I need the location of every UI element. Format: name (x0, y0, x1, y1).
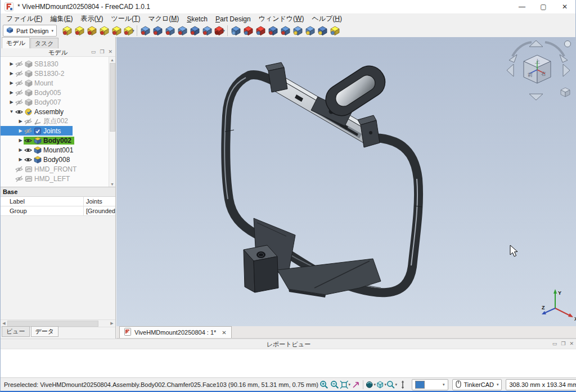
dock-icon[interactable]: ▭ (552, 341, 557, 346)
boolean-button[interactable] (279, 24, 291, 37)
close-icon[interactable]: ✕ (108, 49, 112, 55)
collapsed-arrow-icon[interactable]: ▶ (17, 157, 24, 162)
measure-icon[interactable] (397, 379, 408, 390)
menu-item-F[interactable]: ファイル(F) (2, 14, 46, 24)
collapsed-arrow-icon[interactable]: ▶ (17, 147, 24, 152)
pad-button[interactable] (61, 24, 73, 37)
visibility-off-icon[interactable] (15, 70, 24, 78)
pocket-button[interactable] (139, 24, 151, 37)
visibility-off-icon[interactable] (15, 60, 24, 68)
float-icon[interactable]: ❐ (100, 49, 104, 55)
fit-all-icon[interactable]: ▾ (340, 379, 350, 390)
property-value[interactable]: Joints (84, 197, 115, 206)
visibility-off-icon[interactable] (15, 98, 24, 106)
collapsed-arrow-icon[interactable]: ▶ (8, 71, 15, 76)
visibility-off-icon[interactable] (15, 79, 24, 87)
linear-pattern-button[interactable] (304, 24, 316, 37)
3d-viewport[interactable]: 上 前 右 Y X Z (116, 37, 576, 326)
document-tab[interactable]: ViveHMDmount20250804 : 1*✕ (119, 326, 232, 338)
scroll-left-icon[interactable]: ◀ (1, 320, 7, 326)
menu-item-W[interactable]: ウィンドウ(W) (255, 14, 308, 24)
scroll-right-icon[interactable]: ▶ (109, 320, 115, 326)
close-button[interactable]: ✕ (554, 0, 575, 13)
tree-item-Body005[interactable]: ▶ Body005 (1, 88, 109, 97)
maximize-button[interactable]: ▢ (533, 0, 554, 13)
collapsed-arrow-icon[interactable]: ▶ (17, 138, 24, 143)
polar-pattern-button[interactable] (316, 24, 328, 37)
collapsed-arrow-icon[interactable]: ▶ (8, 100, 15, 105)
collapsed-arrow-icon[interactable]: ▶ (8, 61, 15, 66)
nav-mini-cube-icon[interactable] (561, 88, 570, 97)
menu-item-M[interactable]: マクロ(M) (144, 14, 183, 24)
visibility-off-icon[interactable] (15, 165, 24, 173)
collapsed-arrow-icon[interactable]: ▶ (17, 128, 24, 133)
menu-item-H[interactable]: ヘルプ(H) (308, 14, 346, 24)
workbench-selector[interactable]: Part Design ▾ (3, 25, 57, 37)
nav-circle-icon[interactable] (565, 41, 571, 47)
scrollbar-thumb[interactable] (110, 63, 115, 132)
nav-cube-top-label[interactable]: 上 (535, 58, 540, 64)
view-dimensions-selector[interactable]: 308.30 mm x 193.34 mm ▾ (506, 379, 576, 390)
visibility-off-icon[interactable] (24, 127, 33, 135)
collapsed-arrow-icon[interactable]: ▶ (17, 119, 24, 124)
draft-button[interactable] (254, 24, 267, 37)
minimize-button[interactable]: — (511, 0, 533, 13)
property-name[interactable]: Group (1, 206, 84, 215)
tree-scrollbar[interactable]: ▲ ▼ (109, 57, 115, 187)
tree-item-Assembly[interactable]: ▼ Assembly (1, 107, 109, 116)
visibility-on-icon[interactable] (15, 108, 24, 116)
property-value[interactable]: [Grounded (84, 206, 115, 215)
tree-item-Body002[interactable]: ▶ Body002 (1, 136, 109, 145)
menu-item-S[interactable]: Sketch (183, 15, 212, 23)
property-name[interactable]: Label (1, 197, 84, 206)
menu-item-E[interactable]: 編集(E) (46, 14, 76, 24)
additive-loft-button[interactable] (86, 24, 98, 37)
tree-item-原点002[interactable]: ▶ 原点002 (1, 116, 109, 126)
close-tab-icon[interactable]: ✕ (222, 330, 226, 336)
visibility-on-icon[interactable] (24, 156, 33, 164)
subtractive-pipe-button[interactable] (188, 24, 201, 37)
visibility-on-icon[interactable] (24, 146, 33, 154)
zoom-tool-icon[interactable]: ▾ (386, 379, 397, 390)
visibility-off-icon[interactable] (15, 89, 24, 97)
visibility-off-icon[interactable] (24, 118, 33, 125)
draw-style-icon[interactable]: ▾ (365, 379, 376, 390)
tree-item-Mount001[interactable]: ▶ Mount001 (1, 145, 109, 155)
nav-cube-right-label[interactable]: 右 (541, 71, 546, 76)
tab-データ[interactable]: データ (31, 326, 59, 337)
dock-icon[interactable]: ▭ (91, 49, 96, 55)
additive-primitive-button[interactable]: ▾ (123, 24, 135, 37)
background-color-selector[interactable]: ▾ (412, 379, 448, 390)
tree-item-Body007[interactable]: ▶ Body007 (1, 97, 109, 107)
multitransform-button[interactable] (328, 24, 341, 37)
tab-タスク[interactable]: タスク (30, 38, 58, 48)
expanded-arrow-icon[interactable]: ▼ (8, 109, 15, 114)
visibility-on-icon[interactable] (24, 137, 33, 145)
tab-モデル[interactable]: モデル (2, 37, 30, 48)
menu-item-V[interactable]: 表示(V) (76, 14, 107, 24)
nav-cube-front-label[interactable]: 前 (528, 72, 533, 78)
tree-item-SB1830[interactable]: ▶ SB1830 (1, 59, 109, 69)
revolution-button[interactable] (73, 24, 86, 37)
view-isometric-icon[interactable]: ▾ (376, 379, 386, 390)
subtractive-primitive-button[interactable]: ▾ (213, 24, 226, 37)
tab-ビュー[interactable]: ビュー (2, 326, 30, 337)
float-icon[interactable]: ❐ (561, 341, 565, 346)
tree-item-HMD_FRONT[interactable]: HMD_FRONT (1, 164, 109, 174)
menu-item-T[interactable]: ツール(T) (107, 14, 145, 24)
collapsed-arrow-icon[interactable]: ▶ (8, 80, 15, 85)
close-icon[interactable]: ✕ (569, 341, 574, 346)
sync-view-icon[interactable] (350, 379, 361, 390)
chamfer-button[interactable] (242, 24, 254, 37)
fillet-button[interactable] (230, 24, 242, 37)
navigation-style-selector[interactable]: TinkerCAD ▾ (452, 379, 502, 390)
groove-button[interactable] (164, 24, 176, 37)
scroll-up-icon[interactable]: ▲ (109, 57, 115, 63)
hole-button[interactable] (151, 24, 164, 37)
collapsed-arrow-icon[interactable]: ▶ (8, 90, 15, 95)
tree-item-Joints[interactable]: ▶ Joints (1, 126, 109, 136)
zoom-in-icon[interactable] (318, 379, 329, 390)
subtractive-helix-button[interactable] (201, 24, 213, 37)
tree-item-SB1830-2[interactable]: ▶ SB1830-2 (1, 69, 109, 78)
subtractive-loft-button[interactable] (176, 24, 188, 37)
